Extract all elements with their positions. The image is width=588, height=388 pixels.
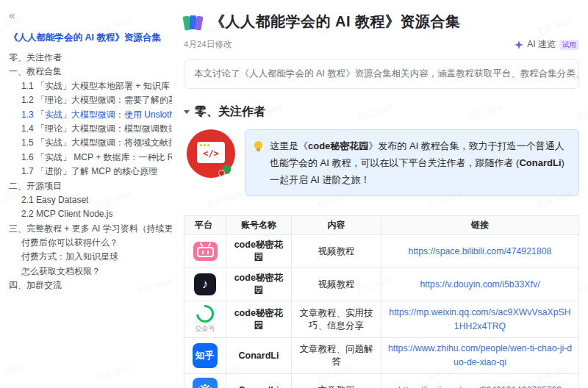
author-avatar: </> (187, 129, 235, 178)
ai-overview-label: AI 速览 (527, 38, 556, 51)
table-row: ConardLi 文章教程 https://juejin.cn/user/394… (184, 374, 579, 388)
wechat-mp-link[interactable]: https://mp.weixin.qq.com/s/ac9XWvVsaXpSH… (389, 307, 570, 331)
meta-row: 4月24日修改 AI 速览 试用 (184, 38, 579, 51)
sidebar-item[interactable]: 零、关注作者 (9, 51, 172, 65)
platform-links-table: 平台 账号名称 内容 链接 code秘密花园 视频教程 https://spac… (184, 215, 579, 388)
content-cell: 视频教程 (292, 235, 381, 268)
sidebar-item[interactable]: 1.2 「理论」大模型微调：需要了解的基础知识 (9, 93, 172, 107)
sidebar-item[interactable]: 四、加群交流 (9, 279, 172, 292)
info-callout: 这里是《code秘密花园》发布的 AI 教程合集，致力于打造一个普通人也能学会的… (245, 129, 579, 196)
sidebar-item[interactable]: 1.1 「实战」大模型本地部署 + 知识库 (9, 79, 172, 93)
ai-summary-box: 本文讨论了《人人都能学会的 AI 教程》资源合集相关内容，涵盖教程获取平台、教程… (184, 59, 579, 89)
account-name: ConardLi (226, 374, 292, 388)
zhihu-icon: 知乎 (193, 343, 218, 368)
sidebar-item[interactable]: 1.7 「进阶」了解 MCP 的核心原理 (9, 165, 172, 179)
sidebar-item[interactable]: 付费方式：加入知识星球 (9, 250, 172, 264)
platform-label: 公众号 (196, 324, 215, 334)
sidebar-item[interactable]: 怎么获取文档权限？ (9, 265, 172, 279)
sidebar-collapse-icon[interactable]: « (9, 10, 15, 21)
lightbulb-icon (254, 141, 263, 153)
wechat-mp-icon (193, 301, 218, 326)
sidebar-item[interactable]: 一、教程合集 (9, 65, 172, 79)
sidebar-item[interactable]: 1.4 「理论」大模型微调：模型微调数据集前... (9, 122, 172, 136)
callout-text: 这里是《code秘密花园》发布的 AI 教程合集，致力于打造一个普通人也能学会的… (270, 137, 568, 188)
section-heading: 零、关注作者 (195, 104, 265, 120)
table-row: 公众号 code秘密花园 文章教程、实用技巧、信息分享 https://mp.w… (184, 301, 579, 338)
content-cell: 视频教程 (292, 268, 381, 301)
account-name: code秘密花园 (226, 268, 292, 301)
table-header-row: 平台 账号名称 内容 链接 (184, 216, 579, 235)
sidebar-item[interactable]: 1.5 「实战」大模型微调：将领域文献批量转... (9, 136, 172, 150)
account-name: code秘密花园 (226, 301, 292, 338)
page-title: 《人人都能学会的 AI 教程》资源合集 (210, 12, 461, 32)
title-row: 《人人都能学会的 AI 教程》资源合集 (184, 12, 579, 32)
column-header-platform: 平台 (184, 216, 226, 235)
modified-date: 4月24日修改 (184, 39, 232, 50)
content-cell: 文章教程、问题解答 (292, 338, 381, 374)
account-name: ConardLi (226, 338, 292, 374)
sidebar-item[interactable]: 1.3 「实战」大模型微调：使用 Unsloth 微调 ... (9, 108, 172, 122)
main-content: 《人人都能学会的 AI 教程》资源合集 4月24日修改 AI 速览 试用 本文讨… (176, 0, 588, 388)
collapse-caret-icon[interactable] (184, 110, 190, 114)
juejin-link[interactable]: https://juejin.cn/user/3949101466785709 (398, 385, 562, 388)
sidebar-item[interactable]: 付费后你可以获得什么？ (9, 236, 172, 250)
bilibili-icon (193, 242, 218, 261)
account-name: code秘密花园 (226, 235, 292, 268)
content-cell: 文章教程 (292, 374, 381, 388)
douyin-icon: ♪ (194, 273, 216, 295)
sidebar-item[interactable]: 三、完整教程 + 更多 AI 学习资料（持续更新） (9, 222, 172, 236)
trial-badge: 试用 (559, 40, 579, 50)
ai-overview-button[interactable]: AI 速览 试用 (514, 38, 579, 51)
books-icon (184, 13, 203, 31)
author-row: </> 这里是《code秘密花园》发布的 AI 教程合集，致力于打造一个普通人也… (184, 129, 579, 196)
sidebar-item[interactable]: 1.6 「实战」 MCP + 数据库：一种比 RAG 检... (9, 151, 172, 165)
content-cell: 文章教程、实用技巧、信息分享 (292, 301, 381, 338)
column-header-account: 账号名称 (226, 216, 292, 235)
table-row: 知乎 ConardLi 文章教程、问题解答 https://www.zhihu.… (184, 338, 579, 374)
douyin-link[interactable]: https://v.douyin.com/i5b33Xfv/ (420, 279, 539, 290)
sidebar-toc: 零、关注作者一、教程合集1.1 「实战」大模型本地部署 + 知识库1.2 「理论… (9, 51, 172, 293)
sidebar: « 《人人都能学会的 AI 教程》资源合集 零、关注作者一、教程合集1.1 「实… (0, 0, 176, 388)
sparkle-icon (514, 40, 523, 49)
sidebar-doc-title[interactable]: 《人人都能学会的 AI 教程》资源合集 (9, 32, 172, 44)
zhihu-link[interactable]: https://www.zhihu.com/people/wen-ti-chao… (388, 343, 572, 367)
sidebar-item[interactable]: 2.2 MCP Client Node.js (9, 207, 172, 221)
column-header-content: 内容 (292, 216, 381, 235)
table-row: ♪ code秘密花园 视频教程 https://v.douyin.com/i5b… (184, 268, 579, 301)
juejin-icon (193, 378, 218, 388)
table-row: code秘密花园 视频教程 https://space.bilibili.com… (184, 235, 579, 268)
sidebar-item[interactable]: 二、开源项目 (9, 179, 172, 193)
section-heading-row: 零、关注作者 (184, 104, 579, 120)
column-header-link: 链接 (381, 216, 579, 235)
sidebar-item[interactable]: 2.1 Easy Dataset (9, 193, 172, 207)
bilibili-link[interactable]: https://space.bilibili.com/474921808 (409, 246, 552, 256)
